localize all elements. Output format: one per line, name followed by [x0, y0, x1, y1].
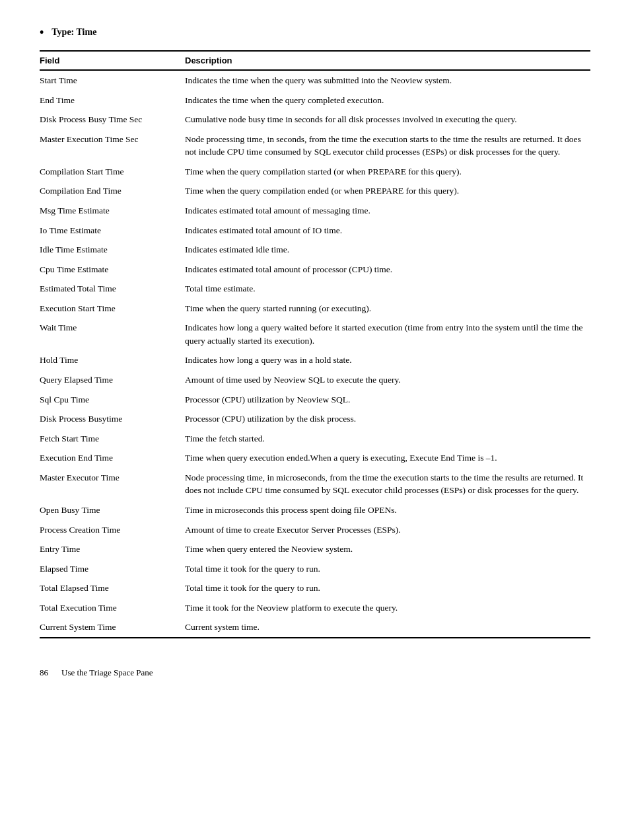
table-row: End TimeIndicates the time when the quer…	[40, 91, 590, 110]
field-name: Fetch Start Time	[40, 429, 185, 449]
field-description: Indicates estimated total amount of IO t…	[185, 221, 590, 241]
table-row: Disk Process BusytimeProcessor (CPU) uti…	[40, 409, 590, 429]
field-description: Node processing time, in seconds, from t…	[185, 130, 590, 162]
field-description: Time when the query compilation started …	[185, 162, 590, 182]
field-description: Indicates how long a query waited before…	[185, 318, 590, 350]
field-description: Indicates how long a query was in a hold…	[185, 350, 590, 370]
table-row: Elapsed TimeTotal time it took for the q…	[40, 559, 590, 579]
type-time-section: • Type: Time Field Description Start Tim…	[40, 26, 590, 641]
field-description: Amount of time used by Neoview SQL to ex…	[185, 370, 590, 390]
field-description: Indicates estimated total amount of proc…	[185, 260, 590, 280]
column-header-description: Description	[185, 51, 590, 70]
column-header-field: Field	[40, 51, 185, 70]
table-header-row: Field Description	[40, 51, 590, 70]
field-description: Time when the query started running (or …	[185, 299, 590, 319]
field-name: Msg Time Estimate	[40, 201, 185, 221]
field-name: Hold Time	[40, 350, 185, 370]
field-description: Node processing time, in microseconds, f…	[185, 468, 590, 500]
field-name: Compilation Start Time	[40, 162, 185, 182]
table-row: Estimated Total TimeTotal time estimate.	[40, 279, 590, 299]
table-row: Execution Start TimeTime when the query …	[40, 299, 590, 319]
field-description: Time when the query compilation ended (o…	[185, 181, 590, 201]
field-description: Processor (CPU) utilization by Neoview S…	[185, 390, 590, 410]
field-description: Indicates estimated idle time.	[185, 240, 590, 260]
field-description: Total time it took for the query to run.	[185, 578, 590, 598]
page-footer: 86 Use the Triage Space Pane	[40, 668, 590, 678]
field-name: Compilation End Time	[40, 181, 185, 201]
table-row: Msg Time EstimateIndicates estimated tot…	[40, 201, 590, 221]
table-row: Current System TimeCurrent system time.	[40, 617, 590, 638]
table-row: Idle Time EstimateIndicates estimated id…	[40, 240, 590, 260]
field-name: Sql Cpu Time	[40, 390, 185, 410]
field-description: Total time estimate.	[185, 279, 590, 299]
table-row: Cpu Time EstimateIndicates estimated tot…	[40, 260, 590, 280]
field-name: Total Execution Time	[40, 598, 185, 618]
field-name: Estimated Total Time	[40, 279, 185, 299]
field-name: Total Elapsed Time	[40, 578, 185, 598]
bullet-icon: •	[40, 26, 44, 38]
field-description: Time it took for the Neoview platform to…	[185, 598, 590, 618]
field-name: Idle Time Estimate	[40, 240, 185, 260]
field-name: Execution End Time	[40, 448, 185, 468]
table-row: Process Creation TimeAmount of time to c…	[40, 520, 590, 540]
field-name: Io Time Estimate	[40, 221, 185, 241]
field-description: Cumulative node busy time in seconds for…	[185, 110, 590, 130]
table-row: Master Executor TimeNode processing time…	[40, 468, 590, 500]
field-description: Time in microseconds this process spent …	[185, 500, 590, 520]
field-description: Total time it took for the query to run.	[185, 559, 590, 579]
field-name: Elapsed Time	[40, 559, 185, 579]
field-name: Execution Start Time	[40, 299, 185, 319]
table-row: Master Execution Time SecNode processing…	[40, 130, 590, 162]
table-footer-row	[40, 638, 590, 641]
table-row: Io Time EstimateIndicates estimated tota…	[40, 221, 590, 241]
table-row: Start TimeIndicates the time when the qu…	[40, 70, 590, 91]
field-description: Time when query execution ended.When a q…	[185, 448, 590, 468]
field-name: Process Creation Time	[40, 520, 185, 540]
field-description: Current system time.	[185, 617, 590, 638]
table-row: Sql Cpu TimeProcessor (CPU) utilization …	[40, 390, 590, 410]
field-name: Disk Process Busytime	[40, 409, 185, 429]
table-row: Wait TimeIndicates how long a query wait…	[40, 318, 590, 350]
field-description: Amount of time to create Executor Server…	[185, 520, 590, 540]
field-name: Query Elapsed Time	[40, 370, 185, 390]
table-row: Compilation Start TimeTime when the quer…	[40, 162, 590, 182]
table-row: Total Execution TimeTime it took for the…	[40, 598, 590, 618]
table-row: Entry TimeTime when query entered the Ne…	[40, 539, 590, 559]
fields-table: Field Description Start TimeIndicates th…	[40, 50, 590, 641]
table-row: Compilation End TimeTime when the query …	[40, 181, 590, 201]
field-name: Entry Time	[40, 539, 185, 559]
field-name: Wait Time	[40, 318, 185, 350]
table-row: Total Elapsed TimeTotal time it took for…	[40, 578, 590, 598]
table-row: Execution End TimeTime when query execut…	[40, 448, 590, 468]
table-row: Hold TimeIndicates how long a query was …	[40, 350, 590, 370]
table-row: Open Busy TimeTime in microseconds this …	[40, 500, 590, 520]
section-title: • Type: Time	[40, 26, 590, 38]
field-name: End Time	[40, 91, 185, 110]
field-description: Indicates estimated total amount of mess…	[185, 201, 590, 221]
field-name: Cpu Time Estimate	[40, 260, 185, 280]
field-name: Master Executor Time	[40, 468, 185, 500]
footer-label: Use the Triage Space Pane	[61, 668, 153, 678]
field-name: Disk Process Busy Time Sec	[40, 110, 185, 130]
field-description: Time when query entered the Neoview syst…	[185, 539, 590, 559]
field-name: Current System Time	[40, 617, 185, 638]
field-name: Start Time	[40, 70, 185, 91]
field-description: Indicates the time when the query was su…	[185, 70, 590, 91]
field-name: Open Busy Time	[40, 500, 185, 520]
field-name: Master Execution Time Sec	[40, 130, 185, 162]
table-row: Fetch Start TimeTime the fetch started.	[40, 429, 590, 449]
table-row: Query Elapsed TimeAmount of time used by…	[40, 370, 590, 390]
field-description: Indicates the time when the query comple…	[185, 91, 590, 110]
field-description: Processor (CPU) utilization by the disk …	[185, 409, 590, 429]
table-row: Disk Process Busy Time SecCumulative nod…	[40, 110, 590, 130]
section-title-text: Type: Time	[52, 27, 96, 38]
page-number: 86	[40, 668, 48, 678]
field-description: Time the fetch started.	[185, 429, 590, 449]
